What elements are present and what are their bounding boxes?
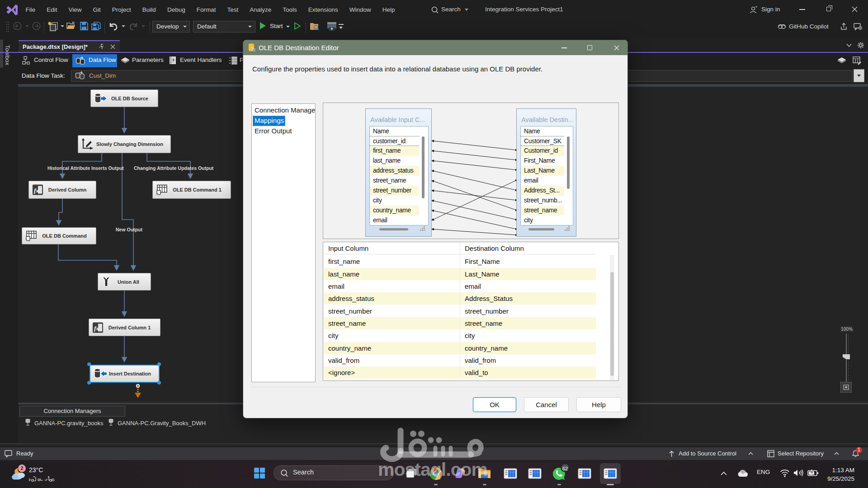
svg-text:mostaql.com: mostaql.com <box>378 459 487 480</box>
svg-text:fx: fx <box>94 324 99 331</box>
svg-text:fx: fx <box>34 187 39 194</box>
